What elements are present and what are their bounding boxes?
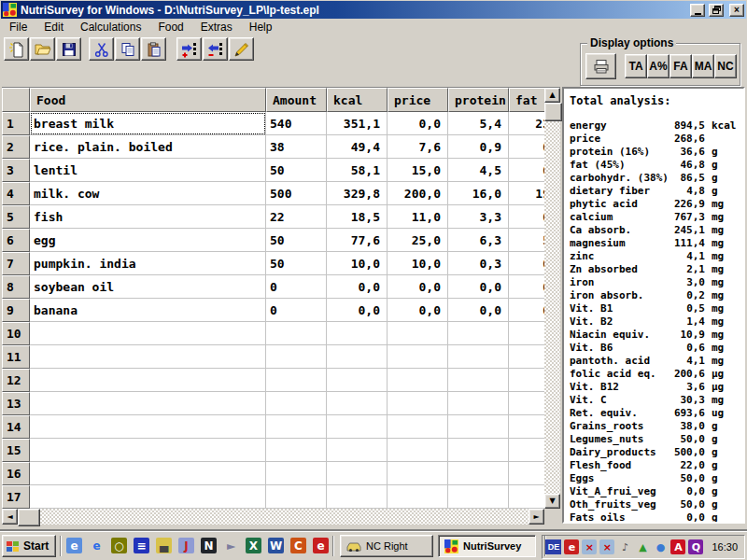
cell-price[interactable]: 15,0 [388, 159, 448, 182]
cell-price[interactable]: 0,0 [388, 112, 448, 135]
cell-amount[interactable]: 22 [266, 205, 327, 229]
language-indicator[interactable]: DE [545, 539, 561, 554]
cell-price[interactable] [388, 439, 448, 462]
scroll-down-button[interactable]: ▼ [544, 494, 560, 509]
horizontal-scroll-thumb[interactable] [18, 509, 40, 526]
cell-food[interactable] [30, 439, 266, 462]
cell-price[interactable] [388, 392, 448, 415]
cell-protein[interactable] [448, 485, 509, 509]
cut-button[interactable] [89, 37, 114, 61]
app-icon[interactable] [3, 3, 17, 17]
vertical-scroll-thumb[interactable] [544, 103, 562, 121]
cell-food[interactable]: milk. cow [30, 182, 266, 205]
vertical-scrollbar[interactable]: ▲ ▼ [544, 88, 560, 509]
cell-price[interactable] [388, 369, 448, 392]
taskbar-clock[interactable]: 16:30 [706, 541, 741, 553]
quicklaunch-internet-explorer-icon[interactable]: e [89, 538, 105, 553]
cell-kcal[interactable]: 329,8 [327, 182, 388, 205]
task-button-nutrisurvey[interactable]: NutriSurvey [438, 535, 536, 557]
start-button[interactable]: Start [2, 535, 56, 557]
cell-protein[interactable]: 16,0 [448, 182, 509, 205]
cell-amount[interactable] [266, 462, 327, 485]
cell-amount[interactable]: 540 [266, 112, 327, 135]
cell-price[interactable] [388, 322, 448, 345]
cell-kcal[interactable] [327, 462, 388, 485]
cell-protein[interactable] [448, 369, 509, 392]
tray-network-offline2-icon[interactable]: × [599, 539, 614, 554]
cell-amount[interactable]: 50 [266, 159, 327, 182]
cell-price[interactable]: 0,0 [388, 275, 448, 299]
quicklaunch-ie-news-icon[interactable]: e [66, 538, 82, 553]
close-button[interactable]: × [729, 4, 744, 17]
cell-food[interactable] [30, 485, 266, 509]
row-number-header[interactable]: 8 [2, 275, 30, 299]
cell-food[interactable] [30, 415, 266, 439]
vertical-scroll-track[interactable] [544, 121, 560, 494]
cell-kcal[interactable]: 18,5 [327, 205, 388, 229]
cell-kcal[interactable] [327, 322, 388, 345]
tray-volume-icon[interactable]: ♪ [617, 539, 632, 554]
quicklaunch-backup-icon[interactable]: ≡ [134, 538, 149, 553]
cell-price[interactable] [388, 415, 448, 439]
cell-price[interactable]: 7,6 [388, 135, 448, 159]
cell-amount[interactable] [266, 322, 327, 345]
cell-kcal[interactable]: 0,0 [327, 275, 388, 299]
row-number-header[interactable]: 10 [2, 322, 30, 345]
cell-protein[interactable] [448, 439, 509, 462]
tray-cd-icon[interactable]: ● [653, 539, 668, 554]
nc-button[interactable]: NC [714, 54, 737, 78]
row-number-header[interactable]: 4 [2, 182, 30, 205]
quicklaunch-car-app-icon[interactable]: ▄ [156, 538, 172, 553]
row-number-header[interactable]: 17 [2, 485, 30, 509]
print-button[interactable] [585, 53, 616, 79]
cell-food[interactable] [30, 322, 266, 345]
cell-price[interactable]: 11,0 [388, 205, 448, 229]
cell-kcal[interactable]: 58,1 [327, 159, 388, 182]
cell-protein[interactable]: 3,3 [448, 205, 509, 229]
scroll-up-button[interactable]: ▲ [544, 88, 560, 103]
row-number-header[interactable]: 13 [2, 392, 30, 415]
paste-button[interactable] [141, 37, 166, 61]
cell-amount[interactable]: 500 [266, 182, 327, 205]
cell-amount[interactable] [266, 485, 327, 509]
tray-quicktime-icon[interactable]: Q [688, 539, 703, 554]
row-number-header[interactable]: 3 [2, 159, 30, 182]
cell-amount[interactable] [266, 439, 327, 462]
row-number-header[interactable]: 15 [2, 439, 30, 462]
cell-price[interactable] [388, 345, 448, 369]
cell-food[interactable]: fish [30, 205, 266, 229]
cell-price[interactable]: 10,0 [388, 252, 448, 275]
cell-kcal[interactable] [327, 485, 388, 509]
row-number-header[interactable]: 16 [2, 462, 30, 485]
copy-button[interactable] [115, 37, 140, 61]
menu-edit[interactable]: Edit [35, 19, 72, 35]
quicklaunch-swoosh-app-icon[interactable]: J [178, 538, 194, 553]
cell-price[interactable]: 25,0 [388, 229, 448, 252]
open-file-button[interactable] [30, 37, 55, 61]
cell-price[interactable] [388, 462, 448, 485]
delete-row-button[interactable] [203, 37, 228, 61]
cell-kcal[interactable]: 77,6 [327, 229, 388, 252]
row-number-header[interactable]: 1 [2, 112, 30, 135]
horizontal-scrollbar[interactable]: ◄ ► [2, 509, 544, 525]
minimize-button[interactable] [690, 4, 705, 17]
cell-kcal[interactable]: 10,0 [327, 252, 388, 275]
cell-protein[interactable]: 0,3 [448, 252, 509, 275]
cell-kcal[interactable]: 351,1 [327, 112, 388, 135]
scroll-left-button[interactable]: ◄ [2, 509, 18, 525]
cell-food[interactable]: soybean oil [30, 275, 266, 299]
save-button[interactable] [56, 37, 81, 61]
cell-amount[interactable]: 50 [266, 229, 327, 252]
restore-button[interactable] [709, 4, 724, 17]
cell-amount[interactable] [266, 369, 327, 392]
row-number-header[interactable]: 7 [2, 252, 30, 275]
menu-file[interactable]: File [1, 19, 35, 35]
cell-amount[interactable] [266, 415, 327, 439]
new-file-button[interactable] [4, 37, 29, 61]
row-number-header[interactable]: 14 [2, 415, 30, 439]
cell-kcal[interactable] [327, 415, 388, 439]
cell-protein[interactable] [448, 462, 509, 485]
cell-amount[interactable] [266, 392, 327, 415]
ma-button[interactable]: MA [692, 54, 714, 78]
cell-kcal[interactable]: 0,0 [327, 299, 388, 322]
